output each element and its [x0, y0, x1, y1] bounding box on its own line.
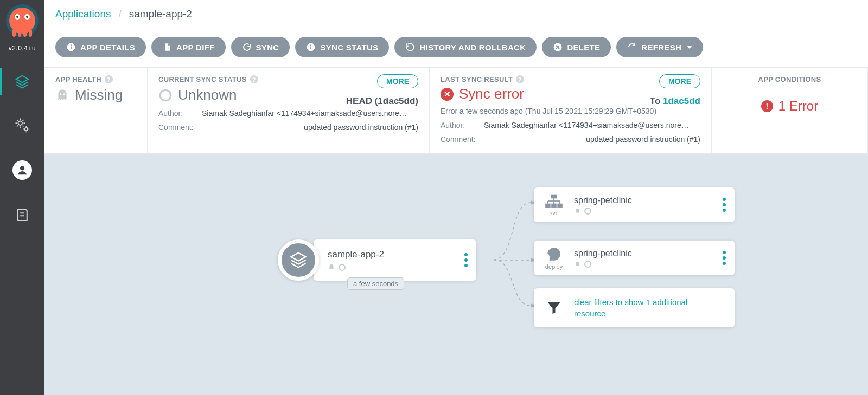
chevron-down-icon	[687, 46, 692, 49]
info-icon	[66, 42, 76, 52]
app-diff-button[interactable]: APP DIFF	[151, 37, 225, 57]
svg-point-1	[18, 121, 23, 126]
deploy-icon: deploy	[541, 246, 566, 270]
help-icon[interactable]: ?	[250, 75, 258, 83]
app-conditions-title: APP CONDITIONS	[723, 75, 857, 83]
root-node-menu[interactable]	[461, 250, 471, 270]
ghost-icon	[574, 261, 581, 268]
circle-icon	[339, 264, 346, 271]
circle-icon	[158, 88, 173, 102]
layers-icon	[289, 250, 308, 270]
svg-point-2	[25, 128, 28, 131]
author-line: Author:Siamak Sadeghianfar <1174934+siam…	[441, 121, 700, 129]
breadcrumb-separator: /	[118, 8, 121, 20]
refresh-button[interactable]: REFRESH	[616, 37, 703, 57]
toolbar: APP DETAILS APP DIFF SYNC SYNC STATUS HI…	[44, 28, 868, 68]
exclamation-icon: !	[761, 100, 773, 112]
sync-button[interactable]: SYNC	[231, 37, 290, 57]
svg-rect-10	[311, 47, 312, 49]
svc-node-menu[interactable]	[719, 195, 729, 215]
svg-point-15	[60, 93, 61, 95]
argo-logo	[6, 4, 39, 37]
version-label: v2.0.4+u	[9, 44, 36, 52]
svg-rect-7	[71, 47, 72, 49]
funnel-icon	[541, 300, 566, 316]
svg-rect-25	[558, 204, 563, 208]
last-sync-more-button[interactable]: MORE	[659, 74, 700, 88]
ghost-icon	[55, 88, 69, 102]
nav-applications[interactable]	[0, 72, 44, 92]
app-conditions-error[interactable]: ! 1 Error	[723, 99, 857, 114]
author-line: Author:Siamak Sadeghianfar <1174934+siam…	[158, 109, 418, 118]
info-icon	[306, 42, 316, 52]
user-avatar-icon	[12, 160, 32, 180]
nav-docs[interactable]	[0, 205, 44, 225]
delete-button[interactable]: DELETE	[542, 37, 611, 57]
breadcrumb-current: sample-app-2	[129, 8, 192, 20]
main: Applications / sample-app-2 APP DETAILS …	[44, 0, 868, 395]
breadcrumb-root[interactable]: Applications	[55, 8, 111, 20]
svg-rect-24	[552, 204, 557, 208]
head-rev: HEAD (1dac5dd)	[346, 96, 418, 107]
tree-child-svc[interactable]: svc spring-petclinic	[534, 187, 735, 222]
root-node-chip: a few seconds	[347, 277, 404, 290]
sync-status-button[interactable]: SYNC STATUS	[295, 37, 389, 57]
deploy-node-menu[interactable]	[719, 248, 729, 268]
svc-node-title: spring-petclinic	[574, 196, 632, 205]
clear-filters-link[interactable]: clear filters to show 1 additional resou…	[574, 296, 715, 319]
svg-rect-23	[546, 204, 551, 208]
circle-icon	[584, 208, 591, 215]
sync-status-more-button[interactable]: MORE	[377, 74, 418, 88]
book-icon	[14, 207, 30, 223]
tree-root-node[interactable]: sample-app-2	[278, 239, 476, 281]
help-icon[interactable]: ?	[105, 75, 113, 83]
ghost-icon	[328, 263, 335, 271]
svg-point-8	[71, 44, 72, 46]
app-health-card: APP HEALTH? Missing	[44, 68, 148, 153]
app-health-title: APP HEALTH?	[55, 75, 136, 83]
app-icon	[278, 239, 319, 281]
last-sync-timestamp: Error a few seconds ago (Thu Jul 15 2021…	[441, 107, 700, 115]
comment-line: Comment:updated password instruction (#1…	[441, 135, 700, 144]
svg-rect-22	[551, 195, 557, 198]
svc-icon: svc	[541, 193, 566, 216]
svg-point-3	[20, 166, 24, 170]
root-node-title: sample-app-2	[328, 249, 384, 260]
layers-icon	[14, 74, 30, 90]
svg-point-16	[63, 93, 65, 95]
refresh-icon	[627, 42, 637, 52]
deploy-node-title: spring-petclinic	[574, 249, 632, 258]
ghost-icon	[574, 208, 581, 215]
sidebar: v2.0.4+u	[0, 0, 44, 395]
svg-marker-21	[291, 253, 306, 261]
last-sync-card: LAST SYNC RESULT? MORE ✕ Sync error To 1…	[430, 68, 712, 153]
to-rev: To 1dac5dd	[650, 96, 700, 107]
history-rollback-button[interactable]: HISTORY AND ROLLBACK	[394, 37, 537, 57]
breadcrumb: Applications / sample-app-2	[44, 0, 868, 28]
svg-point-17	[160, 90, 171, 101]
root-node-status-icons	[328, 263, 384, 271]
status-row: APP HEALTH? Missing CURRENT SYNC STATUS?…	[44, 68, 868, 154]
app-conditions-card: APP CONDITIONS ! 1 Error	[712, 68, 868, 153]
app-health-value: Missing	[55, 87, 136, 103]
svg-marker-0	[16, 76, 29, 83]
resource-tree: sample-app-2 a few seconds svc	[44, 154, 868, 395]
gears-icon	[14, 117, 30, 133]
nav-user[interactable]	[0, 158, 44, 182]
file-icon	[162, 42, 172, 52]
sync-status-card: CURRENT SYNC STATUS? MORE Unknown HEAD (…	[148, 68, 430, 153]
tree-clear-filters[interactable]: clear filters to show 1 additional resou…	[534, 288, 735, 327]
comment-line: Comment:updated password instruction (#1…	[158, 123, 418, 132]
sync-icon	[242, 42, 252, 52]
error-icon: ✕	[441, 88, 454, 101]
app-details-button[interactable]: APP DETAILS	[55, 37, 146, 57]
delete-icon	[553, 42, 563, 52]
help-icon[interactable]: ?	[516, 75, 524, 83]
tree-child-deploy[interactable]: deploy spring-petclinic	[534, 241, 735, 275]
svg-point-11	[310, 44, 311, 46]
history-icon	[405, 42, 415, 52]
nav-settings[interactable]	[0, 115, 44, 135]
circle-icon	[584, 261, 591, 268]
